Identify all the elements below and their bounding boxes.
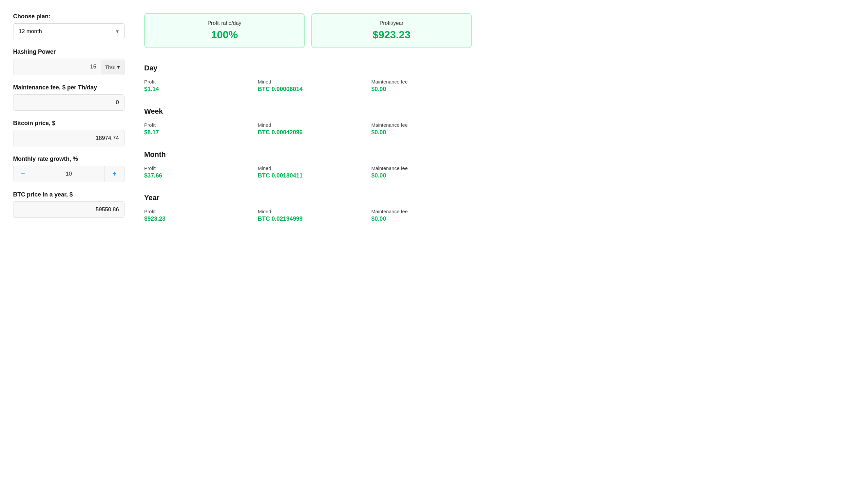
period-title-year: Year [144,188,472,205]
maintenance-fee-input-wrapper [13,94,124,111]
period-profit-col: Profit $8.17 [144,122,245,136]
profit-col-value: $1.14 [144,86,245,93]
monthly-rate-group: Monthly rate growth, % − 10 + [13,156,124,182]
monthly-rate-decrement-button[interactable]: − [14,166,33,182]
mined-col-label: Mined [258,122,358,128]
main-layout: Choose plan: 12 month 6 month 3 month 1 … [13,13,472,232]
monthly-rate-increment-button[interactable]: + [105,166,124,182]
period-row-month: Profit $37.66 Mined BTC 0.00180411 Maint… [144,165,472,179]
period-mined-col: Mined BTC 0.02194999 [258,209,358,222]
profit-ratio-card-value: 100% [153,29,296,41]
hashing-power-group: Hashing Power Th/s ▼ [13,49,124,75]
hashing-power-input[interactable] [14,59,102,75]
btc-price-year-input-wrapper [13,201,124,218]
btc-price-year-label: BTC price in a year, $ [13,191,124,198]
fee-col-value: $0.00 [371,129,472,136]
mined-col-label: Mined [258,209,358,214]
period-fee-col: Maintenance fee $0.00 [371,122,472,136]
profit-ratio-card: Profit ratio/day 100% [144,13,305,48]
monthly-rate-value: 10 [33,166,105,182]
right-panel: Profit ratio/day 100% Profit/year $923.2… [144,13,472,232]
hashing-power-label: Hashing Power [13,49,124,55]
fee-col-label: Maintenance fee [371,209,472,214]
period-mined-col: Mined BTC 0.00006014 [258,79,358,93]
period-row-day: Profit $1.14 Mined BTC 0.00006014 Mainte… [144,79,472,93]
period-mined-col: Mined BTC 0.00042096 [258,122,358,136]
fee-col-value: $0.00 [371,215,472,222]
maintenance-fee-group: Maintenance fee, $ per Th/day [13,84,124,111]
summary-cards: Profit ratio/day 100% Profit/year $923.2… [144,13,472,48]
fee-col-value: $0.00 [371,86,472,93]
period-row-week: Profit $8.17 Mined BTC 0.00042096 Mainte… [144,122,472,136]
period-row-year: Profit $923.23 Mined BTC 0.02194999 Main… [144,209,472,222]
profit-col-label: Profit [144,79,245,85]
hashing-unit-label: Th/s [105,64,115,70]
fee-col-label: Maintenance fee [371,79,472,85]
profit-col-value: $923.23 [144,215,245,222]
profit-year-card-value: $923.23 [320,29,463,41]
period-profit-col: Profit $923.23 [144,209,245,222]
period-section-year: Year Profit $923.23 Mined BTC 0.02194999… [144,188,472,222]
fee-col-value: $0.00 [371,172,472,179]
mined-col-value: BTC 0.00180411 [258,172,358,179]
maintenance-fee-input[interactable] [14,95,124,110]
profit-col-label: Profit [144,122,245,128]
profit-year-card-label: Profit/year [320,20,463,26]
plan-select-wrapper: 12 month 6 month 3 month 1 month ▼ [13,23,124,39]
profit-col-label: Profit [144,165,245,171]
fee-col-label: Maintenance fee [371,122,472,128]
period-section-week: Week Profit $8.17 Mined BTC 0.00042096 M… [144,102,472,136]
period-mined-col: Mined BTC 0.00180411 [258,165,358,179]
mined-col-value: BTC 0.00042096 [258,129,358,136]
profit-col-value: $8.17 [144,129,245,136]
periods-container: Day Profit $1.14 Mined BTC 0.00006014 Ma… [144,59,472,222]
period-fee-col: Maintenance fee $0.00 [371,209,472,222]
period-title-day: Day [144,59,472,75]
period-fee-col: Maintenance fee $0.00 [371,79,472,93]
period-title-week: Week [144,102,472,118]
left-panel: Choose plan: 12 month 6 month 3 month 1 … [13,13,124,232]
mined-col-value: BTC 0.00006014 [258,86,358,93]
mined-col-label: Mined [258,79,358,85]
period-fee-col: Maintenance fee $0.00 [371,165,472,179]
period-title-month: Month [144,145,472,161]
profit-year-card: Profit/year $923.23 [311,13,472,48]
mined-col-label: Mined [258,165,358,171]
bitcoin-price-label: Bitcoin price, $ [13,120,124,127]
choose-plan-group: Choose plan: 12 month 6 month 3 month 1 … [13,13,124,39]
monthly-rate-label: Monthly rate growth, % [13,156,124,162]
period-section-day: Day Profit $1.14 Mined BTC 0.00006014 Ma… [144,59,472,93]
profit-col-label: Profit [144,209,245,214]
period-profit-col: Profit $37.66 [144,165,245,179]
btc-price-year-input[interactable] [14,202,124,217]
period-profit-col: Profit $1.14 [144,79,245,93]
hashing-power-input-wrapper: Th/s ▼ [13,59,124,75]
bitcoin-price-input[interactable] [14,130,124,146]
hashing-unit-arrow-icon: ▼ [116,64,121,70]
plan-select[interactable]: 12 month 6 month 3 month 1 month [14,23,124,39]
fee-col-label: Maintenance fee [371,165,472,171]
bitcoin-price-input-wrapper [13,130,124,146]
hashing-unit-select[interactable]: Th/s ▼ [102,59,124,74]
btc-price-year-group: BTC price in a year, $ [13,191,124,218]
profit-ratio-card-label: Profit ratio/day [153,20,296,26]
choose-plan-label: Choose plan: [13,13,124,20]
maintenance-fee-label: Maintenance fee, $ per Th/day [13,84,124,91]
mined-col-value: BTC 0.02194999 [258,215,358,222]
period-section-month: Month Profit $37.66 Mined BTC 0.00180411… [144,145,472,179]
bitcoin-price-group: Bitcoin price, $ [13,120,124,146]
monthly-rate-stepper: − 10 + [13,166,124,182]
profit-col-value: $37.66 [144,172,245,179]
